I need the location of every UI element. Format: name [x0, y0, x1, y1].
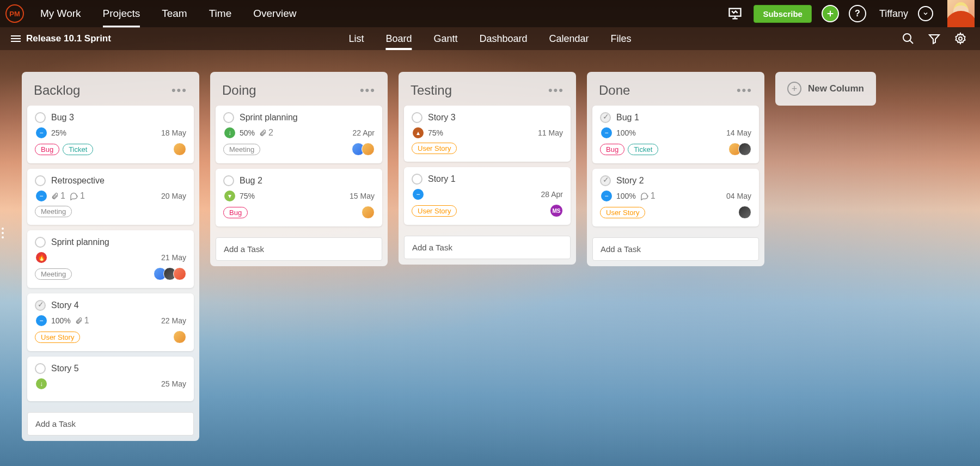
task-card[interactable]: Story 4 −100%122 May User Story — [27, 293, 194, 351]
filter-icon[interactable] — [926, 30, 943, 47]
column-title: Backlog — [34, 83, 80, 98]
tag-story: User Story — [35, 332, 80, 343]
main-nav-overview[interactable]: Overview — [253, 1, 296, 26]
task-card[interactable]: Bug 3 −25%18 May BugTicket — [27, 106, 194, 163]
complete-checkbox[interactable] — [600, 112, 611, 123]
task-title: Sprint planning — [51, 237, 109, 247]
view-calendar[interactable]: Calendar — [549, 29, 589, 49]
complete-checkbox[interactable] — [223, 112, 234, 123]
user-menu-chevron-icon[interactable] — [918, 6, 933, 21]
tag-story: User Story — [412, 143, 457, 154]
menu-icon[interactable] — [11, 35, 21, 42]
complete-checkbox[interactable] — [600, 175, 611, 186]
complete-checkbox[interactable] — [35, 300, 46, 311]
main-nav-my-work[interactable]: My Work — [40, 1, 81, 26]
complete-checkbox[interactable] — [412, 174, 422, 185]
due-date: 15 May — [350, 192, 375, 200]
column-title: Doing — [222, 83, 256, 98]
task-title: Story 2 — [616, 176, 644, 186]
task-card[interactable]: Sprint planning ↓50%222 Apr Meeting — [216, 106, 382, 163]
user-name[interactable]: Tiffany — [879, 8, 908, 20]
help-button[interactable]: ? — [849, 5, 866, 22]
assignees — [176, 330, 186, 344]
assignees — [742, 206, 751, 219]
tag-meeting: Meeting — [223, 144, 260, 155]
main-nav-team[interactable]: Team — [162, 1, 187, 26]
view-files[interactable]: Files — [611, 29, 632, 49]
task-card[interactable]: Sprint planning 🔥21 May Meeting — [27, 230, 194, 288]
add-task-button[interactable]: Add a Task — [27, 412, 194, 436]
add-button[interactable] — [822, 5, 839, 22]
assignees — [355, 143, 375, 156]
column-backlog: Backlog••• Bug 3 −25%18 May BugTicket Re… — [22, 72, 199, 441]
view-gantt[interactable]: Gantt — [433, 29, 457, 49]
comment-count: 1 — [640, 191, 656, 201]
progress-percent: 50% — [240, 128, 255, 137]
column-menu-icon[interactable]: ••• — [360, 83, 376, 97]
column-title: Testing — [411, 83, 452, 98]
priority-icon: 🔥 — [36, 252, 47, 263]
column-menu-icon[interactable]: ••• — [171, 83, 187, 97]
assignees — [176, 143, 186, 156]
task-title: Retrospective — [51, 176, 105, 186]
priority-icon: ↓ — [36, 378, 47, 389]
progress-percent: 75% — [428, 128, 443, 137]
views-nav: ListBoardGanttDashboardCalendarFiles — [348, 29, 631, 49]
task-title: Bug 3 — [51, 113, 74, 122]
assignee-avatar — [362, 206, 375, 219]
column-menu-icon[interactable]: ••• — [548, 83, 564, 97]
task-card[interactable]: Retrospective −1120 May Meeting — [27, 169, 194, 225]
tag-meeting: Meeting — [35, 206, 72, 217]
progress-percent: 100% — [616, 128, 636, 137]
main-nav-projects[interactable]: Projects — [103, 1, 140, 26]
complete-checkbox[interactable] — [223, 175, 234, 186]
due-date: 20 May — [161, 192, 186, 200]
task-card[interactable]: Story 2 −100%104 May User Story — [592, 169, 759, 226]
complete-checkbox[interactable] — [412, 112, 422, 123]
task-title: Story 3 — [428, 113, 456, 122]
due-date: 18 May — [161, 128, 186, 137]
complete-checkbox[interactable] — [35, 175, 46, 186]
assignees: MS — [553, 204, 563, 217]
task-card[interactable]: Story 5 ↓25 May — [27, 357, 194, 401]
view-board[interactable]: Board — [385, 29, 412, 49]
assignee-avatar — [738, 143, 751, 156]
task-card[interactable]: Story 3 ▴75%11 May User Story — [404, 106, 571, 162]
due-date: 28 Apr — [541, 190, 563, 199]
progress-percent: 25% — [51, 128, 66, 137]
column-menu-icon[interactable]: ••• — [737, 83, 752, 97]
board: Backlog••• Bug 3 −25%18 May BugTicket Re… — [0, 50, 980, 466]
user-avatar[interactable] — [947, 0, 975, 27]
view-list[interactable]: List — [348, 29, 364, 49]
complete-checkbox[interactable] — [35, 363, 46, 374]
priority-icon: ▴ — [413, 127, 424, 138]
add-task-button[interactable]: Add a Task — [216, 237, 382, 261]
tag-bug: Bug — [223, 207, 248, 218]
subscribe-button[interactable]: Subscribe — [754, 5, 812, 23]
progress-percent: 100% — [616, 192, 636, 200]
add-task-button[interactable]: Add a Task — [592, 237, 759, 261]
task-card[interactable]: Bug 2 ▾75%15 May Bug — [216, 169, 382, 226]
left-handle-icon[interactable] — [0, 228, 5, 238]
task-card[interactable]: Story 1 −28 Apr User StoryMS — [404, 167, 571, 225]
new-column-button[interactable]: +New Column — [775, 72, 876, 106]
search-icon[interactable] — [899, 30, 917, 47]
project-name[interactable]: Release 10.1 Sprint — [26, 33, 111, 44]
task-title: Bug 2 — [240, 176, 262, 186]
add-task-button[interactable]: Add a Task — [404, 236, 571, 259]
app-logo[interactable]: PM — [5, 4, 24, 23]
view-dashboard[interactable]: Dashboard — [479, 29, 527, 49]
complete-checkbox[interactable] — [35, 112, 46, 123]
column-doing: Doing••• Sprint planning ↓50%222 Apr Mee… — [210, 72, 388, 266]
main-nav-time[interactable]: Time — [209, 1, 232, 26]
assignee-avatar — [173, 143, 186, 156]
task-card[interactable]: Bug 1 −100%14 May BugTicket — [592, 106, 759, 163]
due-date: 21 May — [161, 253, 186, 262]
settings-icon[interactable] — [952, 30, 969, 47]
attachment-count: 1 — [75, 316, 89, 326]
progress-percent: 75% — [240, 192, 255, 200]
complete-checkbox[interactable] — [35, 237, 46, 248]
top-bar: PM My WorkProjectsTeamTimeOverview Subsc… — [0, 0, 980, 27]
task-title: Bug 1 — [616, 113, 639, 122]
presentation-icon[interactable] — [726, 5, 744, 22]
